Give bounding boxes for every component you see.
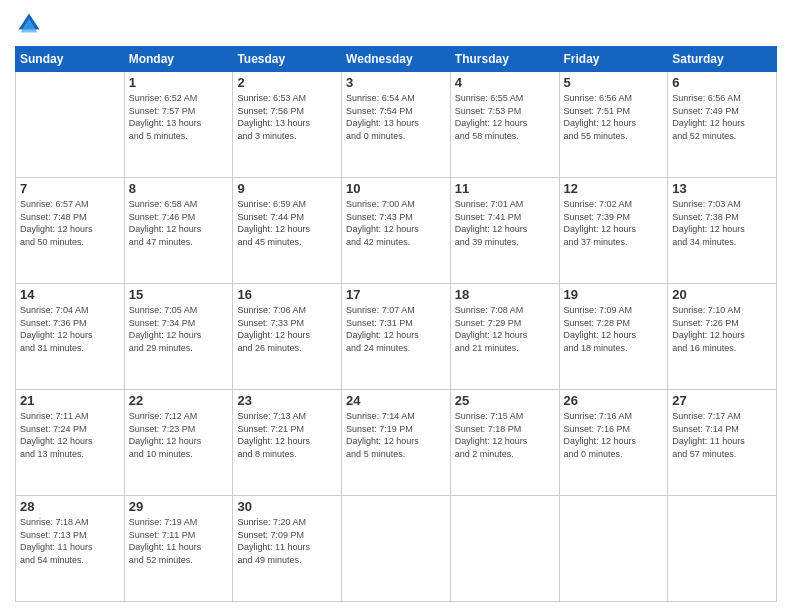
calendar-cell: 8Sunrise: 6:58 AM Sunset: 7:46 PM Daylig… bbox=[124, 178, 233, 284]
calendar-cell: 2Sunrise: 6:53 AM Sunset: 7:56 PM Daylig… bbox=[233, 72, 342, 178]
day-info: Sunrise: 7:04 AM Sunset: 7:36 PM Dayligh… bbox=[20, 304, 120, 354]
calendar-cell: 19Sunrise: 7:09 AM Sunset: 7:28 PM Dayli… bbox=[559, 284, 668, 390]
week-row-3: 21Sunrise: 7:11 AM Sunset: 7:24 PM Dayli… bbox=[16, 390, 777, 496]
day-number: 2 bbox=[237, 75, 337, 90]
day-info: Sunrise: 7:19 AM Sunset: 7:11 PM Dayligh… bbox=[129, 516, 229, 566]
day-number: 1 bbox=[129, 75, 229, 90]
calendar-cell: 20Sunrise: 7:10 AM Sunset: 7:26 PM Dayli… bbox=[668, 284, 777, 390]
calendar-cell: 22Sunrise: 7:12 AM Sunset: 7:23 PM Dayli… bbox=[124, 390, 233, 496]
day-number: 12 bbox=[564, 181, 664, 196]
day-number: 18 bbox=[455, 287, 555, 302]
weekday-header-tuesday: Tuesday bbox=[233, 47, 342, 72]
logo bbox=[15, 10, 47, 38]
day-info: Sunrise: 7:09 AM Sunset: 7:28 PM Dayligh… bbox=[564, 304, 664, 354]
day-info: Sunrise: 7:11 AM Sunset: 7:24 PM Dayligh… bbox=[20, 410, 120, 460]
calendar-cell bbox=[16, 72, 125, 178]
week-row-0: 1Sunrise: 6:52 AM Sunset: 7:57 PM Daylig… bbox=[16, 72, 777, 178]
day-info: Sunrise: 7:01 AM Sunset: 7:41 PM Dayligh… bbox=[455, 198, 555, 248]
week-row-2: 14Sunrise: 7:04 AM Sunset: 7:36 PM Dayli… bbox=[16, 284, 777, 390]
day-number: 3 bbox=[346, 75, 446, 90]
day-number: 25 bbox=[455, 393, 555, 408]
day-number: 8 bbox=[129, 181, 229, 196]
calendar-cell: 6Sunrise: 6:56 AM Sunset: 7:49 PM Daylig… bbox=[668, 72, 777, 178]
day-info: Sunrise: 7:18 AM Sunset: 7:13 PM Dayligh… bbox=[20, 516, 120, 566]
calendar-cell bbox=[450, 496, 559, 602]
day-info: Sunrise: 7:06 AM Sunset: 7:33 PM Dayligh… bbox=[237, 304, 337, 354]
calendar-table: SundayMondayTuesdayWednesdayThursdayFrid… bbox=[15, 46, 777, 602]
calendar-cell: 28Sunrise: 7:18 AM Sunset: 7:13 PM Dayli… bbox=[16, 496, 125, 602]
day-info: Sunrise: 7:00 AM Sunset: 7:43 PM Dayligh… bbox=[346, 198, 446, 248]
day-number: 27 bbox=[672, 393, 772, 408]
day-number: 7 bbox=[20, 181, 120, 196]
day-info: Sunrise: 7:07 AM Sunset: 7:31 PM Dayligh… bbox=[346, 304, 446, 354]
day-number: 6 bbox=[672, 75, 772, 90]
day-info: Sunrise: 7:15 AM Sunset: 7:18 PM Dayligh… bbox=[455, 410, 555, 460]
calendar-cell: 30Sunrise: 7:20 AM Sunset: 7:09 PM Dayli… bbox=[233, 496, 342, 602]
day-number: 19 bbox=[564, 287, 664, 302]
calendar-cell: 16Sunrise: 7:06 AM Sunset: 7:33 PM Dayli… bbox=[233, 284, 342, 390]
day-info: Sunrise: 6:53 AM Sunset: 7:56 PM Dayligh… bbox=[237, 92, 337, 142]
day-number: 26 bbox=[564, 393, 664, 408]
calendar-cell: 13Sunrise: 7:03 AM Sunset: 7:38 PM Dayli… bbox=[668, 178, 777, 284]
day-number: 29 bbox=[129, 499, 229, 514]
day-info: Sunrise: 7:05 AM Sunset: 7:34 PM Dayligh… bbox=[129, 304, 229, 354]
day-number: 5 bbox=[564, 75, 664, 90]
calendar-cell: 12Sunrise: 7:02 AM Sunset: 7:39 PM Dayli… bbox=[559, 178, 668, 284]
day-info: Sunrise: 7:03 AM Sunset: 7:38 PM Dayligh… bbox=[672, 198, 772, 248]
calendar-cell: 4Sunrise: 6:55 AM Sunset: 7:53 PM Daylig… bbox=[450, 72, 559, 178]
day-info: Sunrise: 6:59 AM Sunset: 7:44 PM Dayligh… bbox=[237, 198, 337, 248]
day-number: 28 bbox=[20, 499, 120, 514]
weekday-header-row: SundayMondayTuesdayWednesdayThursdayFrid… bbox=[16, 47, 777, 72]
weekday-header-thursday: Thursday bbox=[450, 47, 559, 72]
day-info: Sunrise: 7:17 AM Sunset: 7:14 PM Dayligh… bbox=[672, 410, 772, 460]
day-info: Sunrise: 6:56 AM Sunset: 7:49 PM Dayligh… bbox=[672, 92, 772, 142]
week-row-4: 28Sunrise: 7:18 AM Sunset: 7:13 PM Dayli… bbox=[16, 496, 777, 602]
day-number: 13 bbox=[672, 181, 772, 196]
calendar-cell: 14Sunrise: 7:04 AM Sunset: 7:36 PM Dayli… bbox=[16, 284, 125, 390]
calendar-cell: 24Sunrise: 7:14 AM Sunset: 7:19 PM Dayli… bbox=[342, 390, 451, 496]
calendar-cell: 17Sunrise: 7:07 AM Sunset: 7:31 PM Dayli… bbox=[342, 284, 451, 390]
calendar-cell: 15Sunrise: 7:05 AM Sunset: 7:34 PM Dayli… bbox=[124, 284, 233, 390]
weekday-header-friday: Friday bbox=[559, 47, 668, 72]
day-number: 15 bbox=[129, 287, 229, 302]
calendar-cell: 29Sunrise: 7:19 AM Sunset: 7:11 PM Dayli… bbox=[124, 496, 233, 602]
day-info: Sunrise: 6:55 AM Sunset: 7:53 PM Dayligh… bbox=[455, 92, 555, 142]
calendar-cell: 18Sunrise: 7:08 AM Sunset: 7:29 PM Dayli… bbox=[450, 284, 559, 390]
calendar-cell bbox=[559, 496, 668, 602]
day-info: Sunrise: 7:14 AM Sunset: 7:19 PM Dayligh… bbox=[346, 410, 446, 460]
day-number: 30 bbox=[237, 499, 337, 514]
calendar-cell: 9Sunrise: 6:59 AM Sunset: 7:44 PM Daylig… bbox=[233, 178, 342, 284]
calendar-cell: 10Sunrise: 7:00 AM Sunset: 7:43 PM Dayli… bbox=[342, 178, 451, 284]
day-number: 21 bbox=[20, 393, 120, 408]
day-number: 11 bbox=[455, 181, 555, 196]
calendar-cell: 27Sunrise: 7:17 AM Sunset: 7:14 PM Dayli… bbox=[668, 390, 777, 496]
day-info: Sunrise: 7:08 AM Sunset: 7:29 PM Dayligh… bbox=[455, 304, 555, 354]
calendar-cell: 23Sunrise: 7:13 AM Sunset: 7:21 PM Dayli… bbox=[233, 390, 342, 496]
day-info: Sunrise: 7:02 AM Sunset: 7:39 PM Dayligh… bbox=[564, 198, 664, 248]
day-info: Sunrise: 7:20 AM Sunset: 7:09 PM Dayligh… bbox=[237, 516, 337, 566]
day-number: 20 bbox=[672, 287, 772, 302]
calendar-cell: 11Sunrise: 7:01 AM Sunset: 7:41 PM Dayli… bbox=[450, 178, 559, 284]
logo-icon bbox=[15, 10, 43, 38]
header bbox=[15, 10, 777, 38]
day-number: 17 bbox=[346, 287, 446, 302]
calendar-cell: 1Sunrise: 6:52 AM Sunset: 7:57 PM Daylig… bbox=[124, 72, 233, 178]
calendar-cell: 21Sunrise: 7:11 AM Sunset: 7:24 PM Dayli… bbox=[16, 390, 125, 496]
day-number: 14 bbox=[20, 287, 120, 302]
day-number: 10 bbox=[346, 181, 446, 196]
calendar-cell: 7Sunrise: 6:57 AM Sunset: 7:48 PM Daylig… bbox=[16, 178, 125, 284]
day-info: Sunrise: 6:52 AM Sunset: 7:57 PM Dayligh… bbox=[129, 92, 229, 142]
calendar-cell: 25Sunrise: 7:15 AM Sunset: 7:18 PM Dayli… bbox=[450, 390, 559, 496]
calendar-cell: 3Sunrise: 6:54 AM Sunset: 7:54 PM Daylig… bbox=[342, 72, 451, 178]
page: SundayMondayTuesdayWednesdayThursdayFrid… bbox=[0, 0, 792, 612]
weekday-header-sunday: Sunday bbox=[16, 47, 125, 72]
calendar-cell bbox=[342, 496, 451, 602]
day-number: 4 bbox=[455, 75, 555, 90]
weekday-header-wednesday: Wednesday bbox=[342, 47, 451, 72]
day-number: 9 bbox=[237, 181, 337, 196]
calendar-cell: 5Sunrise: 6:56 AM Sunset: 7:51 PM Daylig… bbox=[559, 72, 668, 178]
calendar-cell bbox=[668, 496, 777, 602]
day-info: Sunrise: 6:56 AM Sunset: 7:51 PM Dayligh… bbox=[564, 92, 664, 142]
day-number: 23 bbox=[237, 393, 337, 408]
day-info: Sunrise: 7:16 AM Sunset: 7:16 PM Dayligh… bbox=[564, 410, 664, 460]
